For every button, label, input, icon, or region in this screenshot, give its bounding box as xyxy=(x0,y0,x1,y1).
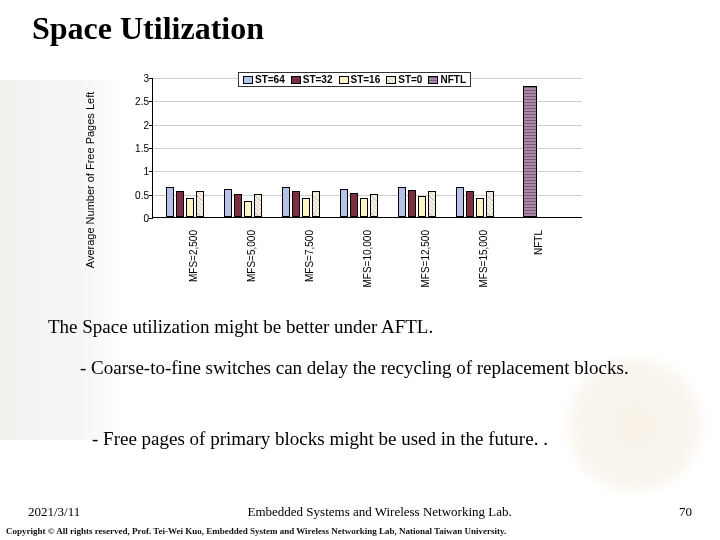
y-tick-label: 0.5 xyxy=(127,189,149,200)
bar xyxy=(476,198,484,217)
swatch-icon xyxy=(386,76,396,84)
grid-line xyxy=(153,171,582,172)
bar-group xyxy=(393,187,441,217)
swatch-icon xyxy=(339,76,349,84)
grid-line xyxy=(153,101,582,102)
x-tick-label: MFS=12,500 xyxy=(420,230,431,288)
x-tick-label: MFS=2,500 xyxy=(188,230,199,282)
y-tick-label: 2 xyxy=(127,119,149,130)
bar-group xyxy=(277,187,325,217)
bar xyxy=(282,187,290,217)
body-text-1: The Space utilization might be better un… xyxy=(48,316,433,338)
plot-area: ST=64 ST=32 ST=16 ST=0 NFTL 00.511.522.5… xyxy=(152,78,582,218)
grid-line xyxy=(153,125,582,126)
x-tick-label: MFS=7,500 xyxy=(304,230,315,282)
y-tick-label: 0 xyxy=(127,213,149,224)
legend-item: ST=0 xyxy=(386,74,422,85)
x-tick-label: MFS=5,000 xyxy=(246,230,257,282)
bar xyxy=(186,198,194,217)
swatch-icon xyxy=(243,76,253,84)
y-axis-label: Average Number of Free Pages Left xyxy=(84,92,96,269)
footer-lab: Embedded Systems and Wireless Networking… xyxy=(80,504,679,520)
bar xyxy=(370,194,378,217)
bar xyxy=(428,191,436,217)
y-tick-label: 1.5 xyxy=(127,143,149,154)
bar-group xyxy=(219,189,267,217)
background-building xyxy=(0,80,120,440)
y-tick-label: 2.5 xyxy=(127,96,149,107)
bar xyxy=(234,194,242,217)
swatch-icon xyxy=(428,76,438,84)
bar xyxy=(166,187,174,217)
footer-page: 70 xyxy=(679,504,692,520)
bar xyxy=(302,198,310,217)
legend-item: ST=16 xyxy=(339,74,381,85)
footer: 2021/3/11 Embedded Systems and Wireless … xyxy=(0,504,720,520)
swatch-icon xyxy=(291,76,301,84)
bar xyxy=(398,187,406,217)
bar xyxy=(224,189,232,217)
bar xyxy=(486,191,494,217)
x-tick-label: NFTL xyxy=(533,230,544,255)
bar xyxy=(176,191,184,217)
bar xyxy=(350,193,358,217)
body-text-3: - Free pages of primary blocks might be … xyxy=(92,428,700,450)
footer-date: 2021/3/11 xyxy=(28,504,80,520)
legend-item: ST=64 xyxy=(243,74,285,85)
bar xyxy=(312,191,320,217)
bar xyxy=(408,190,416,217)
bar xyxy=(292,191,300,217)
body-text-2: - Coarse-to-fine switches can delay the … xyxy=(80,356,680,380)
grid-line xyxy=(153,148,582,149)
bar xyxy=(360,198,368,217)
bar xyxy=(244,201,252,217)
y-tick-label: 1 xyxy=(127,166,149,177)
x-tick-label: MFS=10,000 xyxy=(362,230,373,288)
bar xyxy=(254,194,262,217)
bar xyxy=(340,189,348,217)
legend: ST=64 ST=32 ST=16 ST=0 NFTL xyxy=(238,72,471,87)
bar xyxy=(456,187,464,217)
x-tick-label: MFS=15,000 xyxy=(478,230,489,288)
chart: Average Number of Free Pages Left ST=64 … xyxy=(120,70,600,290)
legend-item: ST=32 xyxy=(291,74,333,85)
bar-group xyxy=(335,189,383,217)
bar-group xyxy=(161,187,209,217)
y-tick-label: 3 xyxy=(127,73,149,84)
legend-item: NFTL xyxy=(428,74,466,85)
bar xyxy=(466,191,474,217)
copyright: Copyright © All rights reserved, Prof. T… xyxy=(6,526,506,536)
page-title: Space Utilization xyxy=(32,10,264,47)
bar xyxy=(418,196,426,217)
bar-nftl xyxy=(523,86,537,217)
bar-group xyxy=(451,187,499,217)
bar xyxy=(196,191,204,217)
